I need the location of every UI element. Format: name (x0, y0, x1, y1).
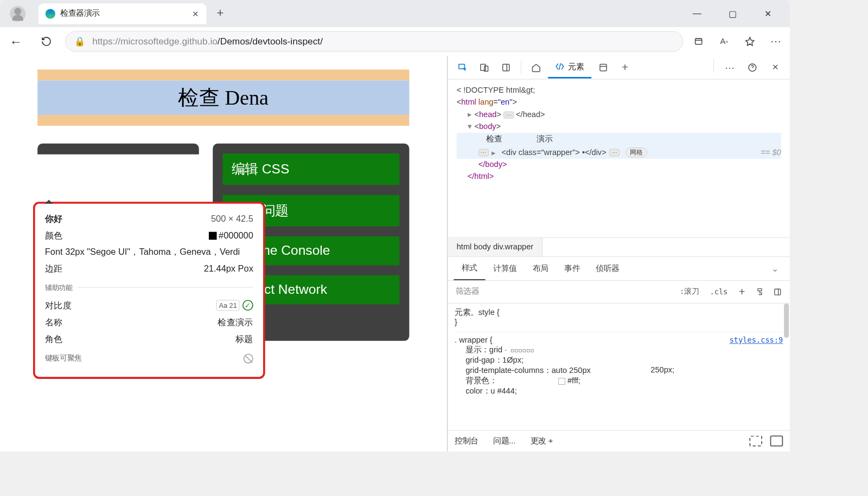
paint-icon[interactable] (752, 285, 767, 299)
grid-editor-icon[interactable] (510, 349, 533, 352)
refresh-button[interactable] (36, 31, 56, 51)
dom-doctype[interactable]: < !DOCTYPE html&gt; (457, 85, 781, 96)
svg-rect-2 (481, 64, 486, 70)
elements-tab[interactable]: 元素 (548, 56, 591, 78)
changes-drawer-tab[interactable]: 更改 + (531, 436, 553, 446)
grid-badge[interactable]: 网格 (626, 147, 647, 157)
styles-tab[interactable]: 样式 (454, 257, 485, 280)
tt-margin-label: 边距 (45, 263, 63, 275)
lock-icon: 🔒 (74, 36, 85, 47)
edge-logo-icon (46, 9, 55, 18)
drawer-icon-2[interactable] (770, 436, 783, 447)
scrollbar[interactable] (784, 304, 789, 338)
devtools-more-button[interactable]: ⋯ (720, 59, 739, 76)
new-tab-button[interactable]: + (212, 5, 228, 21)
color-swatch-icon (209, 231, 217, 240)
check-circle-icon: ✓ (242, 300, 253, 311)
tt-contrast-label: 对比度 (45, 299, 72, 311)
minimize-button[interactable]: — (686, 5, 708, 21)
styles-body[interactable]: 元素。style { } styles.css:9 . wrapper { 显示… (448, 304, 790, 430)
ban-icon (244, 353, 253, 363)
svg-rect-1 (459, 64, 465, 68)
expand-arrow-icon[interactable]: ▸ (492, 148, 499, 157)
tt-dimensions: 500 × 42.5 (211, 214, 253, 224)
ellipsis-badge[interactable]: ⋯ (503, 112, 514, 119)
dom-tree[interactable]: < !DOCTYPE html&gt; <html lang="en"> ▸<h… (448, 80, 790, 237)
dom-breadcrumb[interactable]: html body div.wrapper (448, 237, 790, 257)
expand-arrow-icon[interactable]: ▸ (468, 109, 475, 119)
console-drawer-tab[interactable]: 控制台 (455, 436, 478, 446)
tab-close-icon[interactable]: ✕ (190, 9, 199, 18)
back-button[interactable]: ← (6, 31, 25, 51)
listeners-tab[interactable]: 侦听器 (588, 257, 628, 280)
url-host: https://microsoftedge.github.io (92, 36, 218, 46)
expand-chevron-icon[interactable]: ⌄ (767, 263, 784, 274)
favorite-icon[interactable] (742, 33, 758, 50)
events-tab[interactable]: 事件 (557, 257, 588, 280)
dom-selected-node[interactable]: ⋯ ▸ <div class="wrapper"> •</div> ⋯ 网格 =… (457, 146, 781, 159)
inspect-element-button[interactable] (452, 59, 472, 76)
inspect-tooltip: 你好500 × 42.5 颜色#000000 Font 32px "Segoe … (33, 202, 265, 379)
new-rule-icon[interactable]: + (735, 285, 749, 299)
more-icon[interactable]: ⋯ (767, 33, 784, 50)
source-link[interactable]: styles.css:9 (730, 336, 783, 345)
tt-role-value: 标题 (235, 333, 253, 345)
tt-name-label: 名称 (45, 316, 63, 328)
edit-css-button[interactable]: 编辑 CSS (222, 153, 399, 185)
application-tab-button[interactable] (593, 59, 613, 76)
profile-avatar[interactable] (10, 5, 25, 21)
add-tab-button[interactable]: + (615, 59, 635, 76)
tt-color-value: #000000 (219, 230, 253, 240)
read-aloud-icon[interactable]: A» (716, 33, 733, 50)
svg-rect-4 (503, 64, 509, 70)
address-bar[interactable]: 🔒 https://microsoftedge.github.io/Demos/… (65, 31, 683, 51)
close-window-button[interactable]: ✕ (757, 5, 779, 21)
breadcrumb-item[interactable]: html body div.wrapper (448, 238, 542, 257)
styles-filter-input[interactable]: 筛选器 (452, 284, 673, 300)
ellipsis-badge[interactable]: ⋯ (609, 149, 620, 156)
svg-rect-7 (775, 289, 781, 295)
svg-rect-0 (695, 38, 702, 44)
devtools-close-button[interactable]: ✕ (765, 59, 785, 76)
hov-button[interactable]: :滚刀 (676, 285, 703, 299)
issues-drawer-tab[interactable]: 问题... (493, 436, 515, 446)
tt-margin-value: 21.44px Pox (204, 263, 253, 274)
browser-tab[interactable]: 检查器演示 ✕ (39, 3, 206, 24)
tt-a11y-section: 辅助功能 (45, 284, 73, 292)
page-banner: 检查 Dena (37, 80, 409, 115)
drawer-icon-1[interactable] (749, 436, 762, 447)
dom-dollar-ref: == $0 (761, 148, 781, 157)
banner-heading: 检查 Dena (178, 84, 269, 112)
tt-name-value: 检查演示 (218, 316, 253, 328)
toggle-pane-icon[interactable] (770, 285, 785, 299)
devtools-panel: 元素 + ⋯ ✕ < !DOCTYPE html&gt; <html lang=… (447, 56, 790, 452)
maximize-button[interactable]: ▢ (722, 5, 743, 21)
tab-title: 检查器演示 (60, 8, 186, 18)
cls-button[interactable]: .cls (706, 285, 731, 298)
card-left-top (37, 144, 199, 154)
device-toolbar-button[interactable] (475, 59, 494, 76)
svg-rect-5 (600, 64, 607, 70)
dock-side-button[interactable] (496, 59, 516, 76)
collapse-arrow-icon[interactable]: ▾ (468, 122, 475, 131)
tt-font: Font 32px "Segoe UI"，Tahoma，Geneva，Verdi (45, 246, 240, 258)
element-style-selector[interactable]: 元素。style { (455, 307, 783, 318)
color-swatch-icon[interactable] (559, 378, 566, 385)
welcome-tab-button[interactable] (526, 59, 546, 76)
elements-tab-label: 元素 (568, 61, 585, 72)
tt-title: 你好 (45, 212, 63, 224)
tt-contrast-badge: Aa 21 (216, 300, 239, 311)
dom-anno-2: 演示 (537, 134, 552, 145)
dom-anno-1: 检查 (486, 134, 502, 145)
ellipsis-badge[interactable]: ⋯ (478, 149, 489, 156)
url-path: /Demos/devtools-inspect/ (218, 36, 323, 46)
tt-role-label: 角色 (45, 333, 63, 345)
app-icon[interactable] (690, 33, 707, 50)
page-strip (37, 115, 409, 126)
page-top-strip (37, 69, 409, 80)
devtools-help-button[interactable] (743, 59, 762, 76)
tt-color-label: 颜色 (45, 229, 63, 241)
tt-keyboard-label: 键板可聚焦 (45, 353, 82, 363)
computed-tab[interactable]: 计算值 (486, 257, 525, 280)
layout-tab[interactable]: 布局 (525, 257, 556, 280)
